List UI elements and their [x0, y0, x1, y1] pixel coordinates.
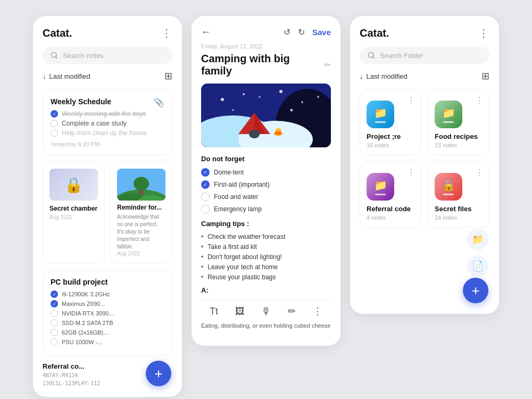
task-check-empty-icon-2 [51, 129, 58, 137]
redo-button[interactable]: ↻ [298, 27, 305, 37]
save-button[interactable]: Save [312, 28, 331, 37]
folder-card-project-re[interactable]: ⋮ 📁 Project ;re 10 notes [360, 89, 421, 155]
folder-small-icon: 📁 [472, 234, 484, 245]
folder-card-food-recipes[interactable]: ⋮ 📁 Food recipes 15 notes [428, 89, 489, 155]
nature-thumbnail [117, 169, 165, 201]
sort-row-1: ↓ Last modified ⊞ [43, 70, 172, 82]
sort-label-1[interactable]: ↓ Last modified [43, 72, 90, 80]
pc-task-5: PSU 1000W -... [51, 338, 164, 346]
checklist-item-0[interactable]: ✓ Dome-tent [201, 168, 331, 177]
note-card-pc-build[interactable]: PC build project i9-12900K 3.2GHz Maximu… [43, 270, 172, 356]
pc-task-4: 62GB (2x16GB)... [51, 329, 164, 336]
checklist-item-3[interactable]: Emergency lamp [201, 205, 331, 213]
more-toolbar-icon[interactable]: ⋮ [313, 305, 322, 317]
secret-chamber-date: Aug 2022 [49, 214, 98, 220]
reminder-title: Reminder for... [117, 204, 165, 211]
checklist-item-2[interactable]: Food and water [201, 193, 331, 201]
pc-task-text-0: i9-12900K 3.2GHz [62, 291, 110, 297]
panel1-header: Catat. ⋮ [43, 27, 172, 39]
folder-action-btn-1[interactable]: 📁 [467, 229, 488, 250]
editor-date: Friday, August 12, 2022 [201, 43, 331, 49]
pc-check-empty-5 [51, 338, 58, 346]
pc-task-text-2: NVIDIA RTX 3090... [62, 310, 114, 317]
grid-view-icon-1[interactable]: ⊞ [164, 70, 172, 82]
task-item-1: Complete a case study [51, 120, 164, 127]
svg-point-24 [317, 96, 319, 98]
sort-row-3: ↓ Last modified ⊞ [360, 70, 489, 82]
folder-action-btn-2[interactable]: 📄 [467, 255, 488, 277]
checklist-text-3: Emergency lamp [214, 205, 262, 213]
task-text-0: Weekly meeting with the boys [62, 110, 146, 118]
undo-button[interactable]: ↺ [284, 27, 290, 37]
folder-card-referral-code[interactable]: ⋮ 📁 Referral code 4 notes [360, 162, 421, 228]
back-button[interactable]: ← [201, 27, 211, 38]
note-card-weekly-schedule[interactable]: Weekly Schedule 📎 Weekly meeting with th… [43, 89, 172, 155]
image-insert-icon[interactable]: 🖼 [235, 306, 245, 317]
svg-point-19 [243, 93, 245, 95]
notes-list-panel: Catat. ⋮ Search notes ↓ Last modified ⊞ … [33, 16, 182, 397]
edit-title-icon[interactable]: ✏ [325, 61, 331, 69]
sort-label-3[interactable]: ↓ Last modified [360, 72, 408, 80]
check-done-icon-0: ✓ [201, 168, 210, 177]
note-date-weekly: Yesterday 9:20 PM [51, 141, 164, 147]
app-title-3: Catat. [360, 27, 389, 39]
add-note-fab[interactable]: + [146, 361, 171, 386]
checklist-text-1: First-aid (important) [214, 181, 270, 188]
reminder-date: Aug 2022 [117, 251, 165, 256]
search-bar-3[interactable]: Search Folder [360, 47, 489, 64]
text-format-icon[interactable]: Tt [210, 306, 218, 317]
tip-text-1: Take a first aid kit [207, 243, 257, 251]
camping-tips-heading: Camping tips : [201, 220, 331, 228]
svg-line-1 [56, 57, 57, 59]
pc-task-text-5: PSU 1000W -... [62, 339, 102, 345]
tip-text-0: Check the weather forecast [207, 233, 285, 240]
pc-task-1: Maximus Z690... [51, 300, 164, 307]
svg-point-22 [232, 109, 234, 111]
checklist-text-0: Dome-tent [214, 169, 244, 176]
svg-point-17 [277, 128, 280, 132]
sort-arrow-icon: ↓ [43, 72, 46, 80]
svg-point-18 [221, 98, 224, 101]
note-card-secret-chamber[interactable]: 🔒 Secret chamber Aug 2022 [43, 162, 105, 263]
folder-grid: ⋮ 📁 Project ;re 10 notes ⋮ [360, 89, 489, 228]
reminder-preview: Acknowledge that no one is perfect. It's… [117, 213, 165, 251]
folder-options-2[interactable]: ⋮ [407, 168, 415, 178]
editor-title: Camping with big family [201, 53, 320, 77]
paperclip-icon: 📎 [154, 97, 164, 107]
svg-line-27 [373, 57, 375, 59]
pc-check-done-0 [51, 290, 58, 298]
folder-options-3[interactable]: ⋮ [475, 168, 484, 178]
more-options-button-1[interactable]: ⋮ [161, 27, 172, 39]
search-bar-1[interactable]: Search notes [43, 47, 172, 64]
note-card-reminder[interactable]: Reminder for... Acknowledge that no one … [110, 162, 172, 263]
search-icon-3 [367, 51, 376, 60]
folder-options-0[interactable]: ⋮ [407, 95, 415, 105]
checklist-text-2: Food and water [214, 193, 258, 201]
do-not-forget-heading: Do not forget [201, 155, 331, 163]
task-text-1: Complete a case study [62, 120, 127, 127]
folder-count-0: 10 notes [367, 142, 414, 148]
draw-icon[interactable]: ✏ [288, 305, 296, 317]
search-placeholder-1: Search notes [63, 52, 104, 60]
add-folder-fab[interactable]: + [463, 278, 488, 303]
folder-card-secret-files[interactable]: ⋮ 🔒 Secret files 14 notes [428, 162, 489, 228]
folder-count-1: 15 notes [435, 142, 483, 148]
checklist-item-1[interactable]: ✓ First-aid (important) [201, 180, 331, 189]
bullet-dot-3: • [201, 263, 203, 271]
grid-view-icon-3[interactable]: ⊞ [481, 70, 489, 82]
voice-record-icon[interactable]: 🎙 [261, 306, 271, 317]
search-placeholder-3: Search Folder [380, 52, 423, 60]
folder-options-1[interactable]: ⋮ [475, 95, 484, 105]
panel3-header: Catat. ⋮ [360, 27, 489, 39]
secret-chamber-title: Secret chamber [49, 205, 98, 212]
svg-point-14 [249, 130, 260, 138]
pc-task-text-3: SSD M.2 SATA 2TB [62, 320, 113, 326]
a-heading: A: [201, 286, 331, 294]
bullet-dot-0: • [201, 233, 203, 240]
folder-name-1: Food recipes [435, 132, 483, 140]
more-options-button-3[interactable]: ⋮ [478, 27, 489, 39]
check-done-icon-1: ✓ [201, 180, 210, 189]
folder-icon-purple: 📁 [367, 173, 394, 201]
tip-text-2: Don't forget about lighting! [207, 253, 282, 261]
bottom-text: Eating, distributing, or even holding cu… [201, 322, 331, 329]
